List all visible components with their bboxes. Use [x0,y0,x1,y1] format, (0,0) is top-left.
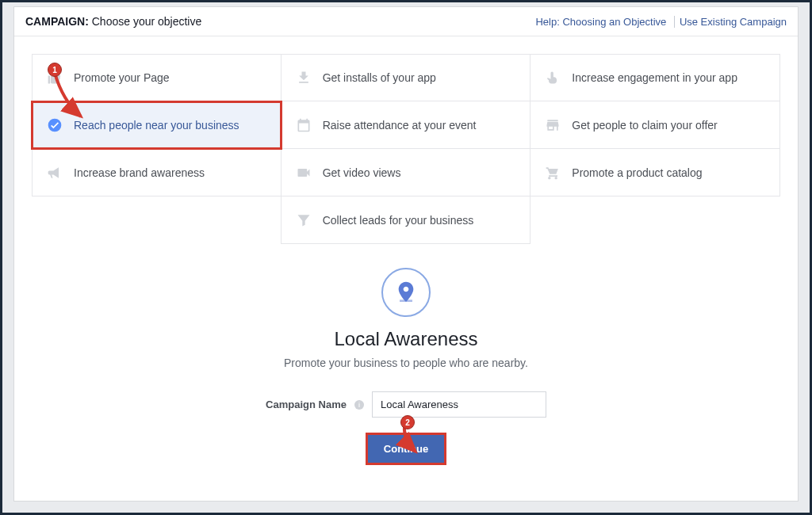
campaign-name-input[interactable] [372,391,546,418]
campaign-name-label: Campaign Name [266,399,347,410]
callout-badge-1: 1 [48,63,62,77]
header-links: Help: Choosing an Objective Use Existing… [526,16,787,28]
video-icon [294,163,313,182]
objective-video-views[interactable]: Get video views [282,149,531,196]
local-awareness-icon [381,268,431,317]
detail-title: Local Awareness [32,328,780,350]
info-icon[interactable]: i [354,400,364,410]
objective-brand-awareness[interactable]: Increase brand awareness [32,149,282,196]
callout-badge-2: 2 [400,415,415,429]
objective-label: Raise attendance at your event [323,119,477,132]
touch-icon [543,68,562,87]
objective-app-installs[interactable]: Get installs of your app [282,54,531,101]
objective-label: Get installs of your app [323,71,436,84]
calendar-icon [294,116,313,135]
objective-claim-offer[interactable]: Get people to claim your offer [530,101,780,149]
content: Promote your Page Get installs of your a… [14,36,798,463]
download-icon [294,68,313,87]
objective-collect-leads[interactable]: Collect leads for your business [282,196,531,244]
objective-label: Get video views [323,166,401,179]
campaign-name-row: Campaign Name i [32,391,780,418]
cart-icon [543,163,562,182]
detail-subtitle: Promote your business to people who are … [32,357,780,369]
objective-product-catalog[interactable]: Promote a product catalog [530,149,780,196]
store-icon [543,116,562,135]
megaphone-icon [45,163,64,182]
objective-app-engagement[interactable]: Increase engagement in your app [530,54,780,101]
page-wrapper: CAMPAIGN: Choose your objective Help: Ch… [0,0,812,515]
objective-label: Collect leads for your business [323,214,474,227]
objective-label: Get people to claim your offer [572,119,717,132]
header-bar: CAMPAIGN: Choose your objective Help: Ch… [14,7,798,36]
funnel-icon [294,211,313,230]
empty-cell [32,196,282,244]
callout-arrow-1 [51,69,89,124]
empty-cell [530,196,780,244]
campaign-subtitle: Choose your objective [92,15,202,28]
objective-label: Promote a product catalog [572,166,702,179]
objective-event-attendance[interactable]: Raise attendance at your event [282,101,531,149]
header-title: CAMPAIGN: Choose your objective [25,15,201,28]
objective-grid: Promote your Page Get installs of your a… [32,54,780,244]
campaign-label: CAMPAIGN: [25,15,89,28]
main-panel: CAMPAIGN: Choose your objective Help: Ch… [13,6,799,502]
objective-label: Reach people near your business [74,119,239,132]
objective-label: Increase brand awareness [74,166,205,179]
use-existing-link[interactable]: Use Existing Campaign [674,16,787,28]
help-link[interactable]: Help: Choosing an Objective [530,16,666,28]
objective-label: Increase engagement in your app [572,71,737,84]
